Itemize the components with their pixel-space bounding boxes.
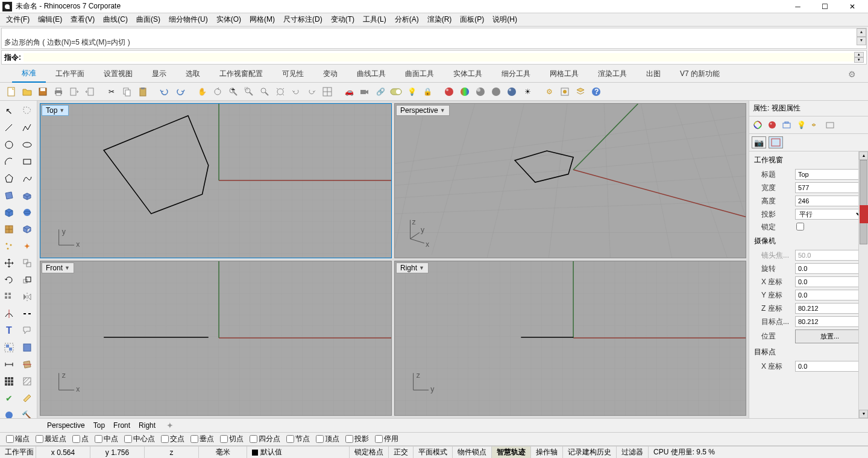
line-tool[interactable]: [1, 120, 17, 136]
side-tab-handle[interactable]: [860, 205, 868, 223]
status-layer[interactable]: 默认值: [247, 447, 350, 458]
projection-select[interactable]: 平行: [795, 209, 864, 220]
menu-subd[interactable]: 细分物件(U): [169, 14, 208, 25]
status-units[interactable]: 毫米: [199, 447, 247, 458]
zoom-window-icon[interactable]: [242, 85, 256, 98]
sphere-tool[interactable]: [19, 205, 35, 220]
gear-icon[interactable]: ⚙: [848, 69, 856, 79]
hammer-tool[interactable]: 🔨: [19, 407, 35, 418]
redo-icon[interactable]: [174, 85, 187, 98]
props-tab-layer[interactable]: [809, 118, 822, 132]
tab-setview[interactable]: 设置视图: [94, 66, 142, 82]
menu-panels[interactable]: 面板(P): [460, 14, 484, 25]
status-gumball[interactable]: 操作轴: [531, 447, 563, 458]
props-tab-light[interactable]: 💡: [794, 118, 808, 132]
history-scroll-up[interactable]: ▴: [857, 28, 866, 37]
target-dist-input[interactable]: [795, 316, 864, 327]
menu-surface[interactable]: 曲面(S): [136, 14, 160, 25]
viewport-right-label[interactable]: Right ▼: [396, 262, 429, 273]
cut-icon[interactable]: ✂: [105, 85, 118, 98]
grid-tool[interactable]: [1, 374, 17, 389]
scroll-down-arrow[interactable]: ▾: [859, 410, 868, 418]
cam-x-input[interactable]: [795, 276, 864, 287]
viewport-top-label[interactable]: Top ▼: [42, 105, 69, 116]
zoom-selected-icon[interactable]: [258, 85, 271, 98]
add-viewport-tab[interactable]: ✦: [166, 421, 174, 430]
viewport-front[interactable]: Front ▼ z x: [40, 261, 392, 416]
props-tab-display[interactable]: [823, 118, 837, 132]
chevron-down-icon[interactable]: ▼: [419, 265, 424, 271]
tab-transform[interactable]: 变动: [313, 66, 347, 82]
mesh-tool[interactable]: [19, 221, 35, 237]
material-color-icon[interactable]: [458, 85, 471, 98]
extrude-tool[interactable]: [19, 188, 35, 203]
paste-icon[interactable]: [136, 85, 149, 98]
curve-tool[interactable]: [19, 171, 35, 186]
rotate-tool[interactable]: [1, 272, 17, 288]
new-icon[interactable]: [5, 85, 18, 98]
export-icon[interactable]: [83, 85, 96, 98]
options-icon[interactable]: ⚙: [542, 85, 556, 98]
undo-icon[interactable]: [158, 85, 171, 98]
osnap-knot[interactable]: 节点: [286, 434, 310, 444]
osnap-mid[interactable]: 中点: [95, 434, 118, 444]
points-tool[interactable]: [1, 238, 17, 254]
close-button[interactable]: ✕: [838, 0, 866, 13]
chevron-down-icon[interactable]: ▼: [64, 265, 70, 271]
tab-standard[interactable]: 标准: [12, 65, 46, 83]
osnap-quad[interactable]: 四分点: [250, 434, 280, 444]
split-tool[interactable]: [19, 306, 35, 322]
chevron-down-icon[interactable]: ▼: [59, 107, 64, 113]
viewport-right[interactable]: Right ▼ z y: [394, 261, 746, 416]
redo-view-icon[interactable]: [305, 85, 318, 98]
vptab-front[interactable]: Front: [113, 421, 130, 430]
target-x-input[interactable]: [795, 361, 864, 372]
tab-cplane[interactable]: 工作平面: [46, 66, 94, 82]
menu-solid[interactable]: 实体(O): [216, 14, 241, 25]
explode-tool[interactable]: ✦: [19, 238, 35, 254]
menu-render[interactable]: 渲染(R): [427, 14, 452, 25]
place-button[interactable]: 放置...: [795, 329, 864, 343]
cam-z-input[interactable]: [795, 303, 864, 314]
osnap-vertex[interactable]: 顶点: [316, 434, 339, 444]
osnap-perp[interactable]: 垂点: [190, 434, 214, 444]
status-filter[interactable]: 过滤器: [617, 447, 649, 458]
status-ortho[interactable]: 正交: [389, 447, 414, 458]
props-tab-properties[interactable]: [751, 118, 764, 132]
props-scrollbar[interactable]: ▴ ▾: [858, 151, 868, 418]
viewport-front-label[interactable]: Front ▼: [42, 262, 74, 273]
osnap-center[interactable]: 中心点: [124, 434, 155, 444]
environment-icon[interactable]: [474, 85, 487, 98]
scroll-up-arrow[interactable]: ▴: [859, 151, 868, 160]
menu-edit[interactable]: 编辑(E): [38, 14, 62, 25]
tab-visibility[interactable]: 可见性: [272, 66, 313, 82]
tab-rendertools[interactable]: 渲染工具: [588, 66, 637, 82]
viewport-title-input[interactable]: [795, 169, 864, 180]
group-tool[interactable]: [1, 340, 17, 355]
subd-tool[interactable]: [1, 221, 17, 237]
viewport-perspective[interactable]: Perspective ▼ z y x: [394, 103, 746, 258]
tab-v7new[interactable]: V7 的新功能: [670, 66, 729, 82]
osnap-tan[interactable]: 切点: [220, 434, 244, 444]
pan-icon[interactable]: ✋: [195, 85, 209, 98]
lock-icon[interactable]: 🔒: [421, 85, 434, 98]
props-tab-material[interactable]: [766, 118, 779, 132]
tab-select[interactable]: 选取: [176, 66, 210, 82]
rotation-input[interactable]: [795, 263, 864, 274]
menu-analyze[interactable]: 分析(A): [395, 14, 419, 25]
ground-icon[interactable]: [489, 85, 503, 98]
mirror-tool[interactable]: [19, 289, 35, 305]
zoom-icon[interactable]: +: [227, 85, 240, 98]
vptab-perspective[interactable]: Perspective: [47, 421, 85, 430]
tab-solidtools[interactable]: 实体工具: [444, 66, 492, 82]
osnap-int[interactable]: 交点: [161, 434, 184, 444]
help-icon[interactable]: ?: [590, 85, 603, 98]
cmd-scroll-up[interactable]: ▴: [854, 52, 864, 57]
scale-tool[interactable]: [19, 272, 35, 288]
status-planar[interactable]: 平面模式: [414, 447, 453, 458]
box-tool[interactable]: [1, 205, 17, 220]
status-smarttrack[interactable]: 智慧轨迹: [492, 447, 531, 458]
move-tool[interactable]: [1, 255, 17, 271]
osnap-point[interactable]: 点: [72, 434, 89, 444]
status-cplane[interactable]: 工作平面: [0, 447, 36, 458]
